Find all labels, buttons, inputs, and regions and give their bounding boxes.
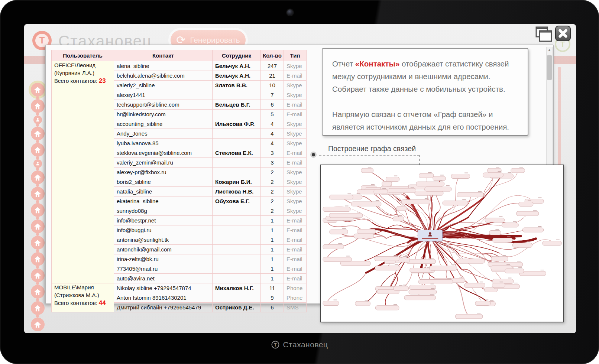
column-header: Контакт bbox=[114, 50, 213, 61]
employee-cell: Златов В.В. bbox=[213, 81, 261, 90]
scrollbar-thumb[interactable] bbox=[547, 55, 552, 80]
employee-cell bbox=[213, 139, 261, 148]
close-button[interactable] bbox=[555, 26, 571, 41]
type-cell: E-mail bbox=[284, 225, 307, 235]
type-cell: E-mail bbox=[284, 274, 307, 283]
sidebar-home-icon[interactable] bbox=[31, 252, 45, 266]
count-cell: 1 bbox=[261, 254, 284, 264]
sidebar-home-icon[interactable] bbox=[31, 236, 45, 250]
contact-cell: auto@avira.net bbox=[114, 274, 213, 283]
employee-cell: Бельчук А.Н. bbox=[213, 71, 261, 81]
relations-graph-svg bbox=[321, 165, 563, 322]
count-cell: 1 bbox=[261, 235, 284, 245]
contact-cell: Дмитрий сиблайн +79266545479 bbox=[114, 303, 213, 312]
sidebar-home-icon[interactable] bbox=[31, 127, 45, 140]
contact-cell: techsupport@sibline.com bbox=[114, 100, 213, 110]
employee-cell: Ильясова Ф.Р. bbox=[213, 119, 261, 129]
type-cell: E-mail bbox=[284, 110, 307, 119]
sidebar-home-icon[interactable] bbox=[31, 187, 45, 201]
contact-cell: antonina@sunlight.tk bbox=[114, 235, 213, 245]
employee-cell: Бельцев Б.Г. bbox=[213, 100, 261, 110]
contacts-table-wrap: ПользовательКонтактСотрудникКол-воТип OF… bbox=[51, 50, 307, 312]
employee-cell bbox=[213, 110, 261, 119]
employee-cell: Листкова Н.В. bbox=[213, 187, 261, 196]
type-cell: E-mail bbox=[284, 71, 307, 81]
user-cell: OFFICE\Леонид(Купрянин Л.А.)Всего контак… bbox=[52, 61, 114, 283]
sidebar-home-icon[interactable] bbox=[31, 318, 45, 331]
contact-cell: Anton Istomin 89161430201 bbox=[114, 293, 213, 303]
count-cell: 9 bbox=[261, 293, 284, 303]
employee-cell: Кожарин Б.И. bbox=[213, 177, 261, 187]
count-cell: 11 bbox=[261, 283, 284, 293]
sidebar-home-icon[interactable] bbox=[31, 143, 45, 157]
count-cell: 1 bbox=[261, 216, 284, 225]
column-header: Сотрудник bbox=[213, 50, 261, 61]
sidebar-home-icon[interactable] bbox=[31, 203, 45, 217]
sidebar-user-icon[interactable] bbox=[33, 116, 42, 124]
employee-cell bbox=[213, 254, 261, 264]
caption-connector-horizontal bbox=[319, 155, 420, 156]
scrollbar-up-icon[interactable]: ▲ bbox=[547, 48, 552, 52]
count-cell: 2 bbox=[261, 206, 284, 216]
sidebar-icons bbox=[29, 83, 46, 331]
count-cell: 2 bbox=[261, 177, 284, 187]
type-cell: Skype bbox=[284, 81, 307, 90]
type-cell: Skype bbox=[284, 206, 307, 216]
employee-cell bbox=[213, 206, 261, 216]
app-window: T Стахановец ⟳ Генерировать T bbox=[24, 24, 576, 333]
close-icon bbox=[558, 29, 568, 38]
info-paragraph-1: Отчет «Контакты» отображает статистику с… bbox=[332, 58, 518, 95]
contact-cell: accounting_sibline bbox=[114, 119, 213, 129]
contact-cell: ekaterina_sibline bbox=[114, 196, 213, 206]
employee-cell bbox=[213, 264, 261, 274]
contact-row[interactable]: MOBILE\Мария(Стрижкова М.А.)Всего контак… bbox=[52, 283, 307, 293]
column-header: Пользователь bbox=[52, 50, 114, 61]
sidebar-home-icon[interactable] bbox=[31, 301, 45, 315]
refresh-icon: ⟳ bbox=[176, 35, 185, 46]
type-cell: Skype bbox=[284, 196, 307, 206]
contacts-table: ПользовательКонтактСотрудникКол-воТип OF… bbox=[51, 50, 307, 312]
type-cell: Phone bbox=[284, 293, 307, 303]
employee-cell bbox=[213, 216, 261, 225]
contact-cell: lyuba.ivanova.85 bbox=[114, 139, 213, 148]
contact-cell: alena_sibline bbox=[114, 61, 213, 71]
sidebar-home-icon[interactable] bbox=[31, 285, 45, 299]
svg-text:T: T bbox=[274, 342, 277, 348]
type-cell: E-mail bbox=[284, 100, 307, 110]
contact-cell: irina-zelts@bk.ru bbox=[114, 254, 213, 264]
type-cell: E-mail bbox=[284, 254, 307, 264]
count-cell: 2 bbox=[261, 187, 284, 196]
employee-cell bbox=[213, 245, 261, 254]
type-cell: Skype bbox=[284, 61, 307, 71]
contact-cell: valeriy_zemin@mail.ru bbox=[114, 158, 213, 168]
contact-cell: valeriy2_sibline bbox=[114, 81, 213, 90]
sidebar-home-icon[interactable] bbox=[31, 269, 45, 282]
info-paragraph-2: Напрямую связан с отчетом «Граф связей» … bbox=[332, 108, 518, 133]
count-cell: 6 bbox=[261, 303, 284, 312]
count-cell: 3 bbox=[261, 158, 284, 168]
contact-cell: Andy_Jones bbox=[114, 129, 213, 139]
employee-cell: Стеклова Е.К. bbox=[213, 148, 261, 158]
count-cell: 10 bbox=[261, 81, 284, 90]
contact-cell: info@bestpr.net bbox=[114, 216, 213, 225]
sidebar-user-icon[interactable] bbox=[33, 159, 42, 168]
caption-connector-vertical bbox=[419, 155, 420, 165]
type-cell: Phone bbox=[284, 283, 307, 293]
count-cell: 2 bbox=[261, 168, 284, 177]
count-cell: 3 bbox=[261, 148, 284, 158]
device-brand-label: Стахановец bbox=[283, 340, 328, 349]
brand-ring-icon: T bbox=[271, 340, 280, 349]
contact-cell: antonchik@gmail.com bbox=[114, 245, 213, 254]
contact-cell: alexey1441 bbox=[114, 90, 213, 100]
contact-row[interactable]: OFFICE\Леонид(Купрянин Л.А.)Всего контак… bbox=[52, 61, 307, 71]
type-cell: Skype bbox=[284, 129, 307, 139]
contact-cell: boris2_sibline bbox=[114, 177, 213, 187]
sidebar-home-icon[interactable] bbox=[31, 99, 45, 113]
tablet-bezel: T Стахановец ⟳ Генерировать T bbox=[0, 0, 599, 364]
sidebar-home-icon[interactable] bbox=[31, 83, 45, 97]
contact-cell: Nikolay sibline +79294547874 bbox=[114, 283, 213, 293]
total-contacts-value: 23 bbox=[99, 77, 106, 84]
sidebar-home-icon[interactable] bbox=[31, 220, 45, 233]
sidebar-home-icon[interactable] bbox=[31, 170, 45, 184]
cascade-windows-icon[interactable] bbox=[534, 26, 553, 43]
